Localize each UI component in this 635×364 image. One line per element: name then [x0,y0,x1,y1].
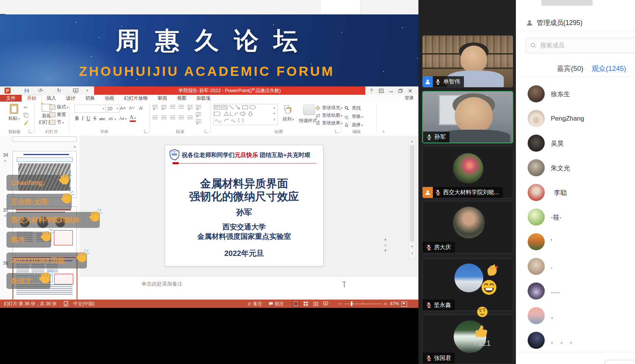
increase-indent-icon[interactable] [179,105,184,109]
office-login-link[interactable]: 登录 [405,95,414,101]
tab-file[interactable]: 文件 [0,95,22,102]
drawing-dialog-launcher[interactable] [335,130,339,133]
slide-scrollbar[interactable]: ▲ ▼ ⇞ [409,138,416,259]
member-search-box[interactable] [525,38,635,53]
bullets-icon[interactable] [152,105,158,109]
font-dialog-launcher[interactable] [144,130,148,133]
columns-icon[interactable] [187,116,193,120]
bold-button[interactable]: B [75,116,79,122]
video-tile-sunjun-active-speaker[interactable]: 孙军 [422,91,513,143]
select-button[interactable]: 选择 [344,122,363,128]
undo-icon[interactable]: ↺▾ [38,88,43,94]
copy-icon[interactable] [24,112,28,119]
clipboard-dialog-launcher[interactable] [29,130,32,133]
restore-button[interactable] [396,86,404,95]
member-row[interactable]: PengZhang [516,107,635,131]
tab-home[interactable]: 开始 [22,95,42,102]
align-right-icon[interactable] [170,116,175,120]
close-button[interactable] [406,86,414,95]
collapse-ribbon-icon[interactable]: ˄ [382,130,385,134]
member-row[interactable]: -筱- [516,205,635,229]
video-tile-fangdaqing[interactable]: 房大庆 [422,201,513,253]
align-text-icon[interactable] [196,112,201,116]
line-spacing-icon[interactable] [187,105,193,109]
panel-footer-button[interactable] [605,360,635,364]
layout-button[interactable]: 版式 [49,104,68,110]
zoom-slider-track[interactable] [344,304,382,304]
tab-transitions[interactable]: 切换 [80,95,100,102]
member-row[interactable]: 。。。 [516,328,635,353]
zoom-out-button[interactable]: − [339,300,342,308]
change-case-button[interactable]: Aa [119,116,127,121]
thumbnail-scroll-up-icon[interactable]: ▲ [73,145,76,148]
cut-icon[interactable]: ✂ [24,105,28,110]
scroll-down-icon[interactable]: ▼ [409,244,415,249]
language-indicator[interactable]: 中文(中国) [73,300,94,308]
paragraph-dialog-launcher[interactable] [205,130,208,133]
font-name-combobox[interactable]: ▾ [74,105,106,113]
comments-toggle[interactable]: 批注 [269,300,284,308]
underline-button[interactable]: U [86,116,90,122]
current-slide[interactable]: MBM 祝各位老师和同学们元旦快乐 团结互助+共克时艰 金属材料异质界面 强韧化… [165,145,323,266]
video-tile-shanzhiwei[interactable]: 单智伟 [422,35,513,88]
arrange-button[interactable]: 排列 [281,105,296,122]
italic-button[interactable]: I [82,116,83,122]
shape-fill-button[interactable]: 形状填充 [316,105,343,111]
member-row[interactable]: . [516,254,635,279]
member-row[interactable]: 李聪 [516,180,635,205]
notes-pane[interactable]: 单击此处添加备注 [80,276,418,301]
start-slideshow-icon[interactable] [73,88,79,94]
search-input[interactable] [539,42,617,49]
member-row[interactable]: 朱文光 [516,156,635,180]
member-row[interactable]: 徐东生 [516,82,635,106]
increase-font-icon[interactable]: A˄ [120,105,126,111]
video-tile-jianyongxin[interactable]: 坚永鑫 [422,259,513,311]
tab-audience[interactable]: 观众(1245) [592,60,626,77]
fit-slide-to-window-button[interactable] [401,301,407,307]
member-row[interactable]: ' [516,230,635,254]
section-button[interactable]: 节 [49,119,64,126]
member-row[interactable]: 吴昊 [516,131,635,155]
font-size-combobox[interactable]: 20▾ [105,105,120,113]
video-tile-liuxiaoting[interactable]: 西交大材料学院刘晓... [422,146,513,198]
shape-effects-button[interactable]: 形状效果 [316,120,343,126]
redo-icon[interactable]: ↻ [57,88,61,94]
shape-outline-button[interactable]: 形状轮廓 [316,112,343,119]
align-center-icon[interactable] [161,116,167,120]
slide-sorter-view-button[interactable] [302,301,310,307]
qat-more-icon[interactable]: ▾ [86,88,88,94]
strikethrough-button[interactable]: abc [99,116,105,121]
slide-thumbnail-33-partial[interactable] [13,136,77,142]
member-row[interactable]: 。 [516,304,635,328]
spellcheck-icon[interactable] [64,300,68,308]
decrease-font-icon[interactable]: A˅ [129,105,135,111]
reset-button[interactable]: 重置 [49,111,66,118]
shapes-scroll-buttons[interactable]: ▲▼⊼ [272,105,277,123]
tab-guests[interactable]: 嘉宾(50) [557,60,583,77]
numbering-icon[interactable] [161,105,167,109]
tab-view[interactable]: 视图 [172,95,192,102]
help-button[interactable]: ? [367,86,376,95]
tab-design[interactable]: 设计 [61,95,80,102]
video-tile-zhangguojun[interactable]: 张国君 [422,315,513,364]
shapes-gallery[interactable]: ▲▼⊼ [213,104,278,125]
member-row[interactable]: ..... [516,279,635,303]
replace-button[interactable]: ab 替换 [344,113,363,120]
zoom-percentage[interactable]: 47% [390,300,399,308]
align-left-icon[interactable] [152,116,158,120]
normal-view-button[interactable] [292,301,300,307]
shadow-button[interactable]: S [93,116,96,122]
minimize-button[interactable] [387,86,395,95]
tab-slideshow[interactable]: 幻灯片放映 [119,95,153,102]
notes-toggle[interactable]: 备注 [247,300,262,308]
justify-icon[interactable] [179,116,184,120]
tab-animations[interactable]: 动画 [100,95,119,102]
decrease-indent-icon[interactable] [170,105,175,109]
zoom-slider-thumb[interactable] [351,301,352,306]
character-spacing-button[interactable]: AV [108,116,116,121]
slideshow-view-button[interactable] [322,301,329,307]
paste-button[interactable]: 粘贴 [6,104,22,122]
previous-slide-icon[interactable]: ⇞ [409,251,415,256]
ribbon-display-options-button[interactable] [377,86,385,95]
scroll-up-icon[interactable]: ▲ [409,138,415,144]
